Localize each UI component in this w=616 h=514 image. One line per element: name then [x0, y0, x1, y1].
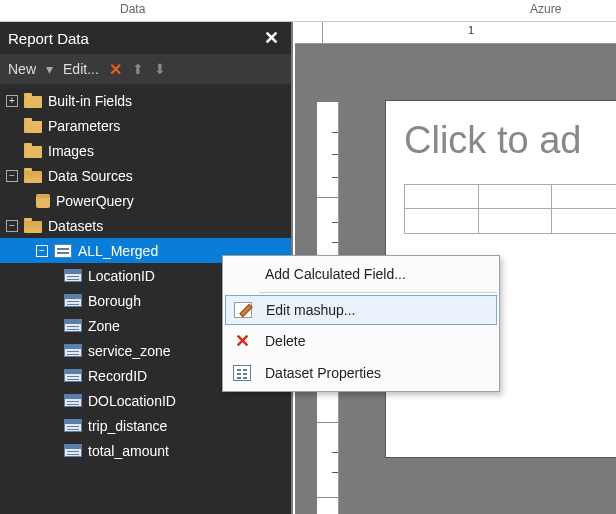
top-tab-azure[interactable]: Azure: [530, 2, 561, 16]
folder-icon: [24, 96, 42, 108]
dataset-icon: [54, 244, 72, 258]
blank-icon: [231, 263, 253, 285]
field-icon: [64, 394, 82, 407]
properties-icon: [231, 362, 253, 384]
arrow-down-icon[interactable]: ⬇: [154, 61, 166, 77]
tree-field[interactable]: total_amount: [0, 438, 291, 463]
title-placeholder[interactable]: Click to ad: [404, 119, 616, 162]
database-icon: [36, 194, 50, 208]
field-icon: [64, 269, 82, 282]
ctx-delete[interactable]: ✕ Delete: [225, 325, 497, 357]
delete-x-icon: ✕: [231, 330, 253, 352]
field-icon: [64, 294, 82, 307]
tree-label: Built-in Fields: [48, 93, 132, 109]
tree-label: Datasets: [48, 218, 103, 234]
context-menu: Add Calculated Field... Edit mashup... ✕…: [222, 255, 500, 392]
tree-label: LocationID: [88, 268, 155, 284]
folder-icon: [24, 121, 42, 133]
tree-label: PowerQuery: [56, 193, 134, 209]
close-icon[interactable]: ✕: [264, 27, 279, 49]
tree-label: service_zone: [88, 343, 171, 359]
top-tab-data[interactable]: Data: [120, 2, 145, 16]
tree-label: Images: [48, 143, 94, 159]
folder-icon: [24, 146, 42, 158]
tree-data-sources[interactable]: − Data Sources: [0, 163, 291, 188]
ctx-dataset-properties[interactable]: Dataset Properties: [225, 357, 497, 389]
horizontal-ruler: 1: [323, 22, 616, 44]
tree-images[interactable]: Images: [0, 138, 291, 163]
delete-icon[interactable]: ✕: [109, 60, 122, 79]
field-icon: [64, 369, 82, 382]
ctx-label: Delete: [265, 333, 305, 349]
tree-label: ALL_Merged: [78, 243, 158, 259]
ctx-label: Dataset Properties: [265, 365, 381, 381]
table-placeholder[interactable]: [404, 184, 616, 234]
ctx-label: Edit mashup...: [266, 302, 356, 318]
new-button[interactable]: New: [8, 61, 36, 77]
field-icon: [64, 319, 82, 332]
tree-builtin-fields[interactable]: + Built-in Fields: [0, 88, 291, 113]
tree-label: total_amount: [88, 443, 169, 459]
ruler-number: 1: [468, 24, 474, 36]
edit-icon: [232, 299, 254, 321]
folder-open-icon: [24, 221, 42, 233]
field-icon: [64, 419, 82, 432]
tree-label: DOLocationID: [88, 393, 176, 409]
tree-label: RecordID: [88, 368, 147, 384]
ctx-label: Add Calculated Field...: [265, 266, 406, 282]
tree-label: Zone: [88, 318, 120, 334]
tree-label: trip_distance: [88, 418, 167, 434]
ctx-edit-mashup[interactable]: Edit mashup...: [225, 295, 497, 325]
ctx-add-calculated-field[interactable]: Add Calculated Field...: [225, 258, 497, 290]
edit-button[interactable]: Edit...: [63, 61, 99, 77]
arrow-up-icon[interactable]: ⬆: [132, 61, 144, 77]
tree-parameters[interactable]: Parameters: [0, 113, 291, 138]
folder-open-icon: [24, 171, 42, 183]
tree-powerquery[interactable]: PowerQuery: [0, 188, 291, 213]
field-icon: [64, 344, 82, 357]
panel-title: Report Data: [8, 30, 264, 47]
ruler-corner: [295, 22, 323, 44]
tree-datasets[interactable]: − Datasets: [0, 213, 291, 238]
tree-label: Parameters: [48, 118, 120, 134]
field-icon: [64, 444, 82, 457]
tree-field[interactable]: trip_distance: [0, 413, 291, 438]
tree-label: Data Sources: [48, 168, 133, 184]
tree-label: Borough: [88, 293, 141, 309]
